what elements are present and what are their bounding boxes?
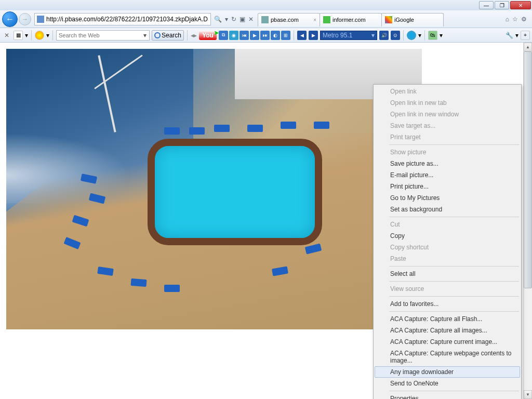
toolbar-search-button[interactable]: Search <box>152 30 184 41</box>
window-minimize-button[interactable]: — <box>479 1 494 9</box>
nav-icon[interactable]: ◂▸ <box>191 32 197 39</box>
search-icon[interactable]: 🔍 <box>214 16 222 23</box>
radio-station-display[interactable]: Metro 95.1▾ <box>320 31 377 40</box>
address-bar[interactable] <box>34 13 211 25</box>
separator <box>389 281 519 282</box>
dropdown-icon[interactable]: ▾ <box>418 32 421 39</box>
media-icon[interactable]: ◐ <box>271 31 280 40</box>
window-maximize-button[interactable]: ❐ <box>495 1 509 9</box>
dropdown-icon[interactable]: ▾ <box>225 16 228 23</box>
scroll-thumb[interactable] <box>524 51 532 288</box>
image-detail <box>164 127 180 135</box>
context-menu-item[interactable]: Select all <box>375 268 520 280</box>
toolbar-close-icon[interactable]: ✕ <box>2 32 11 39</box>
toolbar-search-input[interactable] <box>57 32 141 38</box>
image-detail <box>189 127 205 135</box>
magnifier-icon <box>154 32 161 38</box>
refresh-icon[interactable]: ↻ <box>231 16 236 23</box>
separator <box>389 296 519 297</box>
context-menu-item[interactable]: ACA Capture: Capture all Flash... <box>375 313 520 325</box>
home-icon[interactable]: ⌂ <box>506 16 509 23</box>
url-input[interactable] <box>46 16 208 23</box>
media-play-icon[interactable]: ▶ <box>250 31 259 40</box>
dropdown-icon[interactable]: ▾ <box>515 32 518 39</box>
media-icon[interactable]: ◉ <box>229 31 238 40</box>
separator <box>389 144 519 145</box>
globe-icon[interactable]: 🌐 <box>407 31 416 40</box>
add-button[interactable]: + <box>521 31 530 40</box>
context-menu-item[interactable]: Print picture... <box>375 181 520 192</box>
image-detail <box>281 122 296 129</box>
vertical-scrollbar[interactable]: ▲ ▼ <box>523 43 532 399</box>
tab-close-icon[interactable]: × <box>313 17 316 23</box>
dropdown-icon[interactable]: ▾ <box>46 32 49 39</box>
context-menu-item[interactable]: Properties <box>375 393 520 399</box>
context-menu-item: Save target as... <box>375 120 520 131</box>
radio-opts-icon[interactable]: ⊙ <box>391 31 400 40</box>
image-region <box>148 139 322 245</box>
media-icon[interactable]: ⊞ <box>281 31 290 40</box>
favorites-icon[interactable]: ☆ <box>512 16 518 23</box>
toolbar-app-icon[interactable]: ▦ <box>14 31 23 40</box>
youtube-button[interactable]: You➤ <box>199 31 217 40</box>
context-menu-item[interactable]: ACA Capture: Capture current image... <box>375 336 520 348</box>
context-menu-item: Show picture <box>375 147 520 158</box>
youtube-label: You <box>202 32 214 39</box>
tab-label: pbase.com <box>271 17 311 23</box>
context-menu-item[interactable]: Copy <box>375 230 520 242</box>
page-content: Open linkOpen link in new tabOpen link i… <box>0 43 532 399</box>
image-detail <box>314 122 329 129</box>
scroll-track[interactable] <box>524 51 532 390</box>
context-menu-item[interactable]: E-mail picture... <box>375 169 520 181</box>
toolbar-orb-icon[interactable] <box>35 31 44 40</box>
separator <box>294 30 294 41</box>
media-icon[interactable]: ⧉ <box>219 31 228 40</box>
compat-icon[interactable]: ▣ <box>240 16 245 23</box>
scroll-down-button[interactable]: ▼ <box>524 390 532 399</box>
context-menu-item: Open link in new tab <box>375 97 520 109</box>
radio-play-icon[interactable]: ▶ <box>309 31 318 40</box>
forward-button[interactable]: → <box>19 13 31 25</box>
separator <box>389 391 519 391</box>
favicon-icon <box>261 16 269 23</box>
main-image[interactable] <box>6 49 422 329</box>
tab-igoogle[interactable]: iGoogle <box>381 13 444 26</box>
context-menu-item[interactable]: Any image downloader <box>375 366 520 378</box>
context-menu-item: Open link <box>375 86 520 97</box>
context-menu-item: View source <box>375 283 520 295</box>
stop-icon[interactable]: ✕ <box>248 16 254 23</box>
context-menu-item[interactable]: Save picture as... <box>375 158 520 169</box>
image-detail <box>247 125 263 132</box>
dropdown-icon[interactable]: ▾ <box>25 32 28 39</box>
context-menu-item[interactable]: Set as background <box>375 204 520 215</box>
toolbar-search-box[interactable]: ▾ <box>56 30 150 41</box>
context-menu-item: Cut <box>375 219 520 230</box>
tab-informer[interactable]: informer.com <box>320 13 382 26</box>
media-prev-icon[interactable]: ⏮ <box>240 31 249 40</box>
dropdown-icon[interactable]: ▾ <box>440 32 443 39</box>
context-menu-item[interactable]: Go to My Pictures <box>375 192 520 204</box>
wrench-icon[interactable]: 🔧 <box>506 32 513 39</box>
tools-icon[interactable]: ⚙ <box>521 16 527 23</box>
context-menu-item[interactable]: Send to OneNote <box>375 378 520 389</box>
navigation-bar: ← → 🔍 ▾ ↻ ▣ ✕ pbase.com × informer.com i… <box>0 10 532 28</box>
media-next-icon[interactable]: ⏭ <box>260 31 270 40</box>
separator <box>187 30 188 41</box>
tab-pbase[interactable]: pbase.com × <box>258 13 320 26</box>
context-menu-item[interactable]: ACA Capture: Capture webpage contents to… <box>375 348 520 366</box>
scroll-up-button[interactable]: ▲ <box>524 43 532 51</box>
window-close-button[interactable]: ✕ <box>510 1 531 9</box>
context-menu[interactable]: Open linkOpen link in new tabOpen link i… <box>373 84 522 399</box>
eco-icon[interactable]: 🛍 <box>428 31 437 40</box>
radio-prev-icon[interactable]: ◀ <box>297 31 307 40</box>
image-detail <box>164 285 180 292</box>
search-dropdown-icon[interactable]: ▾ <box>141 32 149 39</box>
back-button[interactable]: ← <box>2 11 18 27</box>
separator <box>403 30 404 41</box>
radio-vol-icon[interactable]: 🔊 <box>379 31 389 40</box>
context-menu-item[interactable]: Add to favorites... <box>375 298 520 310</box>
chrome-controls: ⌂ ☆ ⚙ <box>502 16 530 23</box>
separator <box>389 217 519 217</box>
context-menu-item[interactable]: ACA Capture: Capture all images... <box>375 325 520 336</box>
tab-strip: pbase.com × informer.com iGoogle <box>258 12 502 26</box>
